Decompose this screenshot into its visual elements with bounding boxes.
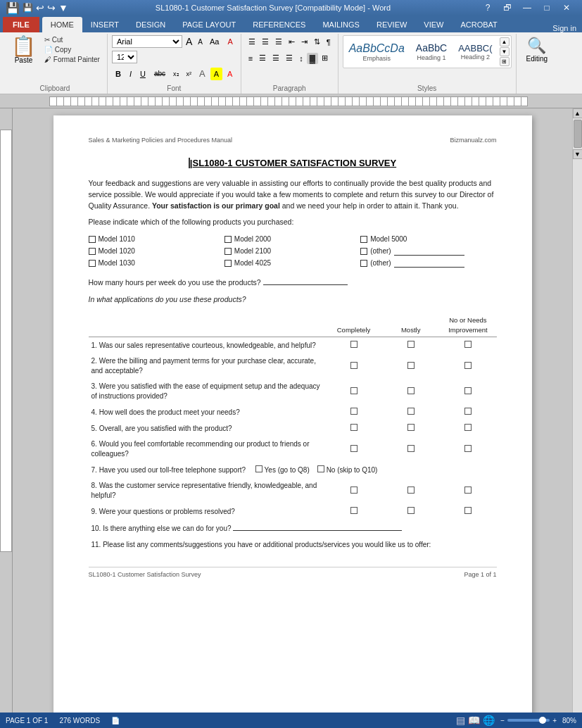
minimize-button[interactable]: —	[517, 0, 537, 15]
multilevel-list-button[interactable]: ☰	[272, 35, 285, 49]
clear-format-btn[interactable]: A	[224, 35, 236, 48]
superscript-button[interactable]: x²	[184, 69, 195, 79]
q9-needs-checkbox[interactable]	[464, 507, 472, 514]
zoom-out-icon[interactable]: −	[500, 717, 505, 724]
numbering-button[interactable]: ☰	[259, 35, 272, 49]
q4-mostly-checkbox[interactable]	[407, 408, 415, 415]
q7-no-checkbox[interactable]	[317, 465, 324, 472]
q4-completely-checkbox[interactable]	[350, 408, 358, 415]
border-button[interactable]: ⊞	[319, 51, 331, 65]
checkbox-1030[interactable]	[89, 260, 96, 267]
tab-design[interactable]: DESIGN	[127, 17, 174, 32]
checkbox-2000[interactable]	[224, 236, 232, 243]
q2-mostly-checkbox[interactable]	[407, 362, 415, 369]
tab-page-layout[interactable]: PAGE LAYOUT	[174, 17, 244, 32]
tab-review[interactable]: REVIEW	[368, 17, 415, 32]
q7-yes-checkbox[interactable]	[255, 465, 262, 472]
style-emphasis[interactable]: AaBbCcDa Emphasis	[345, 40, 409, 63]
scroll-up-button[interactable]: ▲	[573, 108, 583, 118]
font-family-select[interactable]: Arial	[112, 35, 182, 48]
copy-button[interactable]: 📄 Copy	[42, 45, 103, 54]
tab-file[interactable]: FILE	[3, 17, 39, 32]
quick-access-save[interactable]: 💾	[23, 3, 33, 13]
web-layout-icon[interactable]: 🌐	[483, 715, 495, 726]
font-shrink-btn[interactable]: A	[196, 37, 205, 46]
help-button[interactable]: ?	[478, 0, 498, 15]
tab-references[interactable]: REFERENCES	[244, 17, 314, 32]
q5-needs-checkbox[interactable]	[464, 424, 472, 431]
q6-completely-checkbox[interactable]	[350, 445, 358, 452]
subscript-button[interactable]: x₂	[170, 69, 182, 79]
font-grow-btn[interactable]: A	[184, 35, 194, 48]
q5-mostly-checkbox[interactable]	[407, 424, 415, 431]
indent-button[interactable]: ⇥	[298, 35, 310, 49]
q6-needs-checkbox[interactable]	[464, 445, 472, 452]
tab-view[interactable]: VIEW	[415, 17, 452, 32]
font-case-btn[interactable]: Aa	[206, 35, 222, 48]
align-right-button[interactable]: ☰	[270, 51, 282, 65]
format-painter-button[interactable]: 🖌 Format Painter	[42, 55, 103, 64]
tab-acrobat[interactable]: ACROBAT	[452, 17, 505, 32]
shading-button[interactable]: ▓	[307, 53, 318, 64]
italic-button[interactable]: I	[126, 68, 135, 80]
checkbox-1020[interactable]	[89, 248, 96, 255]
q8-needs-checkbox[interactable]	[464, 487, 472, 494]
tab-home[interactable]: HOME	[42, 17, 82, 32]
cut-button[interactable]: ✂ Cut	[42, 35, 103, 44]
other1-field[interactable]	[394, 247, 464, 256]
sort-button[interactable]: ⇅	[311, 35, 323, 49]
align-center-button[interactable]: ☰	[256, 51, 269, 65]
styles-expand[interactable]: ⊞	[500, 57, 510, 66]
text-effects-button[interactable]: A	[196, 66, 209, 81]
underline-button[interactable]: U	[137, 68, 149, 80]
paste-button[interactable]: 📋 Paste	[7, 35, 40, 65]
zoom-slider[interactable]	[507, 719, 550, 722]
bullets-button[interactable]: ☰	[246, 35, 258, 49]
q9-completely-checkbox[interactable]	[350, 507, 358, 514]
style-heading1[interactable]: AaBbC Heading 1	[412, 41, 451, 63]
style-heading2[interactable]: AABBC( Heading 2	[454, 42, 496, 63]
scroll-thumb[interactable]	[574, 120, 582, 148]
q3-completely-checkbox[interactable]	[350, 387, 358, 394]
signin-link[interactable]: Sign in	[552, 24, 582, 32]
q9-mostly-checkbox[interactable]	[407, 507, 415, 514]
document-page[interactable]: Sales & Marketing Policies and Procedure…	[53, 115, 532, 713]
show-formatting-button[interactable]: ¶	[324, 36, 334, 49]
q8-completely-checkbox[interactable]	[350, 487, 358, 494]
q2-needs-checkbox[interactable]	[464, 362, 472, 369]
styles-scroll-down[interactable]: ▼	[500, 47, 510, 56]
checkbox-other2[interactable]	[360, 260, 367, 267]
q4-needs-checkbox[interactable]	[464, 408, 472, 415]
justify-button[interactable]: ☰	[283, 51, 296, 65]
close-button[interactable]: ✕	[557, 0, 576, 15]
q3-mostly-checkbox[interactable]	[407, 387, 415, 394]
hours-field[interactable]	[263, 277, 348, 285]
q2-completely-checkbox[interactable]	[350, 362, 358, 369]
font-color-button[interactable]: A	[224, 68, 236, 80]
highlight-button[interactable]: A	[210, 68, 222, 80]
q5-completely-checkbox[interactable]	[350, 424, 358, 431]
styles-scroll-up[interactable]: ▲	[500, 37, 510, 46]
editing-button[interactable]: 🔍 Editing	[521, 35, 554, 64]
checkbox-2100[interactable]	[224, 248, 232, 255]
checkbox-4025[interactable]	[224, 260, 232, 267]
zoom-thumb[interactable]	[539, 717, 546, 724]
zoom-in-icon[interactable]: +	[552, 717, 557, 724]
q1-completely-checkbox[interactable]	[350, 341, 358, 348]
quick-access-redo[interactable]: ↪	[47, 2, 56, 13]
q8-mostly-checkbox[interactable]	[407, 487, 415, 494]
q10-answer-field[interactable]	[233, 522, 402, 531]
read-mode-icon[interactable]: 📖	[468, 715, 480, 726]
checkbox-1010[interactable]	[89, 236, 96, 243]
maximize-button[interactable]: □	[537, 0, 557, 15]
print-layout-icon[interactable]: ▤	[456, 715, 465, 726]
outdent-button[interactable]: ⇤	[286, 35, 298, 49]
bold-button[interactable]: B	[112, 68, 125, 80]
quick-access-undo[interactable]: ↩	[36, 2, 44, 13]
tab-insert[interactable]: INSERT	[82, 17, 127, 32]
other2-field[interactable]	[394, 259, 464, 268]
strikethrough-button[interactable]: abc	[151, 68, 169, 80]
line-spacing-button[interactable]: ↕	[296, 52, 306, 65]
q3-needs-checkbox[interactable]	[464, 387, 472, 394]
q6-mostly-checkbox[interactable]	[407, 445, 415, 452]
